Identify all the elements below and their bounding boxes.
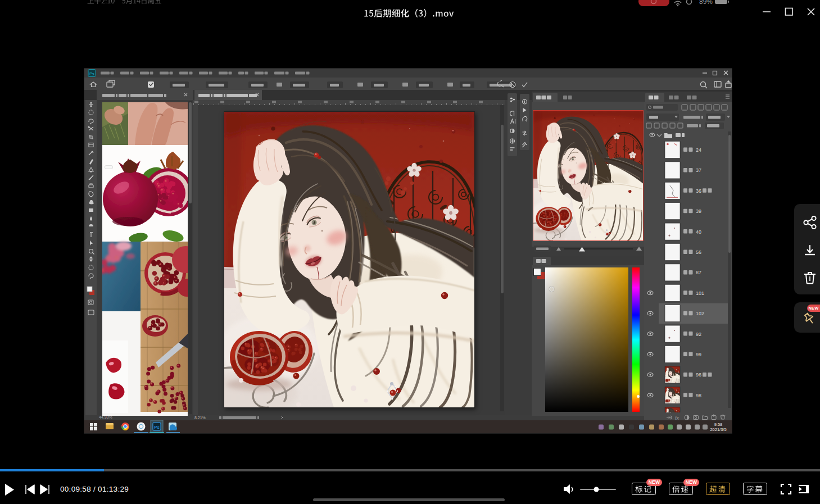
svg-text:9:58: 9:58 bbox=[714, 422, 723, 427]
svg-text:2021/3/5: 2021/3/5 bbox=[710, 427, 726, 432]
svg-text:fx: fx bbox=[675, 415, 679, 421]
